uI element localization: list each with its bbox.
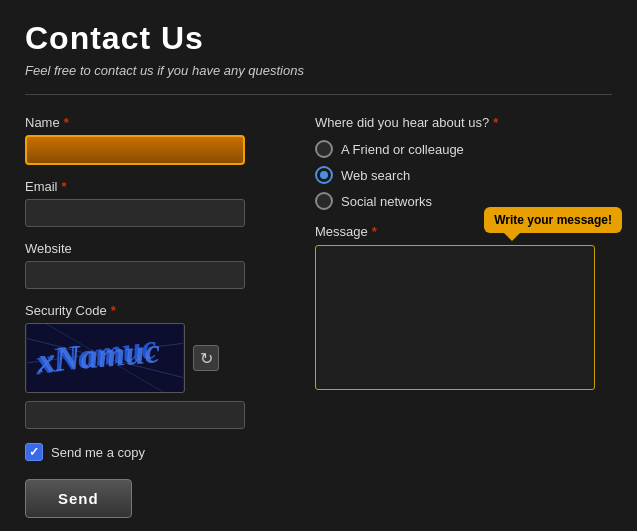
- radio-option-web[interactable]: Web search: [315, 166, 612, 184]
- website-input[interactable]: [25, 261, 245, 289]
- email-field-group: Email *: [25, 179, 285, 227]
- captcha-image: xNamuc xNamuc: [25, 323, 185, 393]
- website-field-group: Website: [25, 241, 285, 289]
- hear-about-required: *: [493, 115, 498, 130]
- radio-circle-friend: [315, 140, 333, 158]
- email-input[interactable]: [25, 199, 245, 227]
- send-copy-label: Send me a copy: [51, 445, 145, 460]
- hear-about-label: Where did you hear about us? *: [315, 115, 612, 130]
- security-required: *: [111, 303, 116, 318]
- radio-label-social: Social networks: [341, 194, 432, 209]
- security-code-label: Security Code *: [25, 303, 285, 318]
- security-code-input[interactable]: [25, 401, 245, 429]
- refresh-icon: ↻: [200, 349, 213, 368]
- hear-about-group: Where did you hear about us? * A Friend …: [315, 115, 612, 210]
- divider: [25, 94, 612, 95]
- radio-circle-web: [315, 166, 333, 184]
- captcha-container: xNamuc xNamuc ↻: [25, 323, 285, 393]
- captcha-svg: xNamuc xNamuc: [26, 324, 184, 392]
- message-wrapper: Write your message!: [315, 245, 612, 393]
- name-field-group: Name *: [25, 115, 285, 165]
- page-title: Contact Us: [25, 20, 612, 57]
- radio-circle-social: [315, 192, 333, 210]
- form-layout: Name * Email * Website Security Code *: [25, 115, 612, 518]
- security-code-field-group: Security Code * xNamuc xNamuc: [25, 303, 285, 429]
- message-tooltip: Write your message!: [484, 207, 622, 233]
- email-label: Email *: [25, 179, 285, 194]
- right-column: Where did you hear about us? * A Friend …: [315, 115, 612, 518]
- name-input[interactable]: [25, 135, 245, 165]
- message-field-group: Message * Write your message!: [315, 224, 612, 393]
- send-button[interactable]: Send: [25, 479, 132, 518]
- website-label: Website: [25, 241, 285, 256]
- message-textarea[interactable]: [315, 245, 595, 390]
- left-column: Name * Email * Website Security Code *: [25, 115, 285, 518]
- send-copy-row: Send me a copy: [25, 443, 285, 461]
- name-required: *: [64, 115, 69, 130]
- radio-label-friend: A Friend or colleauge: [341, 142, 464, 157]
- name-label: Name *: [25, 115, 285, 130]
- radio-label-web: Web search: [341, 168, 410, 183]
- captcha-refresh-button[interactable]: ↻: [193, 345, 219, 371]
- send-copy-checkbox[interactable]: [25, 443, 43, 461]
- message-required: *: [372, 224, 377, 239]
- page-subtitle: Feel free to contact us if you have any …: [25, 63, 612, 78]
- email-required: *: [62, 179, 67, 194]
- radio-option-friend[interactable]: A Friend or colleauge: [315, 140, 612, 158]
